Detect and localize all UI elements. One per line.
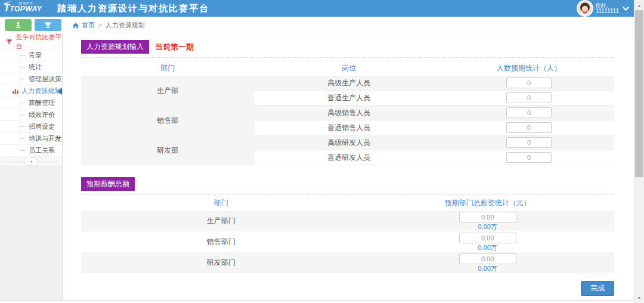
headcount-input[interactable] xyxy=(506,92,552,103)
headcount-input[interactable] xyxy=(506,137,552,148)
app-window: 踏瑞软件 TTOPWAY 踏瑞人力资源设计与对抗比赛平台 你好, 1111111… xyxy=(0,0,644,303)
hr-planning-input-badge: 人力资源规划输入 xyxy=(81,40,149,54)
section1-header: 人力资源规划输入 当前第一期 xyxy=(81,40,614,58)
salary-cell: 0.00万 xyxy=(361,231,614,252)
dept-cell: 研发部门 xyxy=(81,252,361,273)
col-department: 部门 xyxy=(81,198,361,208)
actions-row: 完成 xyxy=(81,281,614,296)
col-headcount: 人数预期统计（人） xyxy=(444,63,614,73)
vertical-scrollbar[interactable]: ▲ ▼ xyxy=(634,0,644,303)
user-greeting: 你好, 11111111 xyxy=(596,2,619,14)
sidebar-item-salary-management[interactable]: 薪酬管理 xyxy=(0,97,62,109)
position-cell: 高级生产人员 xyxy=(255,76,444,91)
sidebar-menu: 竞争对抗比赛平台 背景 统计 管理层决策 人力资源规划 薪酬管理 绩效评价 招聘… xyxy=(0,34,62,166)
salary-cell: 0.00万 xyxy=(361,252,614,273)
salary-in-wan-label: 0.00万 xyxy=(478,223,497,230)
dept-cell: 销售部 xyxy=(81,106,255,135)
sidebar-collapse-toggle[interactable]: ◂ xyxy=(0,157,62,166)
headcount-cell xyxy=(444,120,614,135)
current-period-label: 当前第一期 xyxy=(155,42,194,52)
headcount-cell xyxy=(444,150,614,165)
trophy-icon xyxy=(44,21,52,29)
salary-section: 预期薪酬总额 部门 预期部门总薪资统计（元） 生产部门 0.00万 销售部门 0… xyxy=(81,177,614,273)
col-department: 部门 xyxy=(81,63,255,73)
contestant-button[interactable] xyxy=(5,19,32,31)
headcount-input[interactable] xyxy=(506,152,552,163)
position-cell: 普通研发人员 xyxy=(255,150,444,165)
sidebar-item-employee-relations[interactable]: 员工关系 xyxy=(0,145,62,157)
col-salary-total: 预期部门总薪资统计（元） xyxy=(361,198,614,208)
toolbar-buttons xyxy=(0,17,63,34)
salary-input[interactable] xyxy=(459,253,516,264)
position-cell: 普通生产人员 xyxy=(255,91,444,106)
collapse-left-icon[interactable]: ◂ xyxy=(24,158,38,165)
hr-planning-table-header: 部门 岗位 人数预期统计（人） xyxy=(81,60,614,76)
bar-chart-icon xyxy=(12,88,19,95)
sidebar-item-training-development[interactable]: 培训与开发 xyxy=(0,133,62,145)
competition-button[interactable] xyxy=(35,19,61,31)
headcount-input[interactable] xyxy=(506,107,552,118)
section2-header: 预期薪酬总额 xyxy=(81,177,614,195)
salary-input[interactable] xyxy=(459,233,516,243)
headcount-input[interactable] xyxy=(506,122,552,133)
breadcrumb: 首页 > 人力资源规划 xyxy=(63,17,634,34)
home-icon xyxy=(72,22,79,29)
hr-planning-table: 部门 岗位 人数预期统计（人） 生产部 高级生产人员 普通生产人员 销售部 高级… xyxy=(81,60,614,165)
page-title: 踏瑞人力资源设计与对抗比赛平台 xyxy=(57,3,209,14)
position-cell: 高级研发人员 xyxy=(255,135,444,150)
headcount-cell xyxy=(444,76,614,91)
sidebar-item-recruitment-setting[interactable]: 招聘设定 xyxy=(0,121,62,133)
sidebar-item-background[interactable]: 背景 xyxy=(0,50,62,61)
breadcrumb-separator: > xyxy=(98,22,102,29)
sidebar-item-management-decision[interactable]: 管理层决策 xyxy=(0,73,62,85)
active-item-arrow xyxy=(57,88,62,95)
position-cell: 普通销售人员 xyxy=(255,120,444,135)
logo-subtext: 踏瑞软件 xyxy=(19,1,33,5)
dept-cell: 销售部门 xyxy=(81,231,361,252)
user-menu[interactable]: 你好, 11111111 xyxy=(578,0,629,17)
headcount-input[interactable] xyxy=(506,78,552,88)
sidebar-item-performance-evaluation[interactable]: 绩效评价 xyxy=(0,109,62,121)
chevron-down-icon[interactable] xyxy=(623,7,629,11)
bottom-divider xyxy=(0,300,634,301)
expected-salary-badge: 预期薪酬总额 xyxy=(81,177,135,191)
hr-planning-table-body: 生产部 高级生产人员 普通生产人员 销售部 高级销售人员 普通销售人员 研发部 … xyxy=(81,76,614,165)
salary-input[interactable] xyxy=(459,212,516,222)
col-position: 岗位 xyxy=(255,63,444,73)
scrollbar-thumb[interactable] xyxy=(635,10,643,177)
toolbar-row: 首页 > 人力资源规划 xyxy=(0,17,634,34)
dept-cell: 生产部门 xyxy=(81,211,361,231)
scroll-down-arrow[interactable]: ▼ xyxy=(634,293,644,302)
sidebar-root-competition-platform[interactable]: 竞争对抗比赛平台 xyxy=(0,34,62,50)
scroll-up-arrow[interactable]: ▲ xyxy=(634,1,644,10)
salary-cell: 0.00万 xyxy=(361,211,614,231)
salary-table-header: 部门 预期部门总薪资统计（元） xyxy=(81,195,614,211)
breadcrumb-current: 人力资源规划 xyxy=(106,21,145,30)
headcount-cell xyxy=(444,91,614,106)
headcount-cell xyxy=(444,135,614,150)
sidebar-item-hr-planning[interactable]: 人力资源规划 xyxy=(0,85,62,97)
topway-logo: 踏瑞软件 TTOPWAY xyxy=(0,0,55,17)
salary-in-wan-label: 0.00万 xyxy=(478,265,497,272)
dept-cell: 生产部 xyxy=(81,76,255,106)
username: 11111111 xyxy=(596,8,619,14)
done-button[interactable]: 完成 xyxy=(581,281,614,296)
trophy-icon xyxy=(6,38,13,45)
sidebar-submenu: 背景 统计 管理层决策 人力资源规划 薪酬管理 绩效评价 招聘设定 培训与开发 … xyxy=(0,50,62,157)
headcount-cell xyxy=(444,106,614,120)
salary-in-wan-label: 0.00万 xyxy=(478,244,497,251)
sidebar-item-statistics[interactable]: 统计 xyxy=(0,61,62,73)
main-content: 人力资源规划输入 当前第一期 部门 岗位 人数预期统计（人） 生产部 高级生产人… xyxy=(63,34,634,300)
player-icon xyxy=(14,21,22,29)
breadcrumb-home-link[interactable]: 首页 xyxy=(72,21,95,30)
position-cell: 高级销售人员 xyxy=(255,106,444,120)
top-bar: 踏瑞软件 TTOPWAY 踏瑞人力资源设计与对抗比赛平台 你好, 1111111… xyxy=(0,0,634,17)
salary-table-body: 生产部门 0.00万 销售部门 0.00万 研发部门 0.00万 xyxy=(81,211,614,273)
dept-cell: 研发部 xyxy=(81,135,255,165)
avatar[interactable] xyxy=(578,1,592,16)
sidebar: 竞争对抗比赛平台 背景 统计 管理层决策 人力资源规划 薪酬管理 绩效评价 招聘… xyxy=(0,34,63,300)
